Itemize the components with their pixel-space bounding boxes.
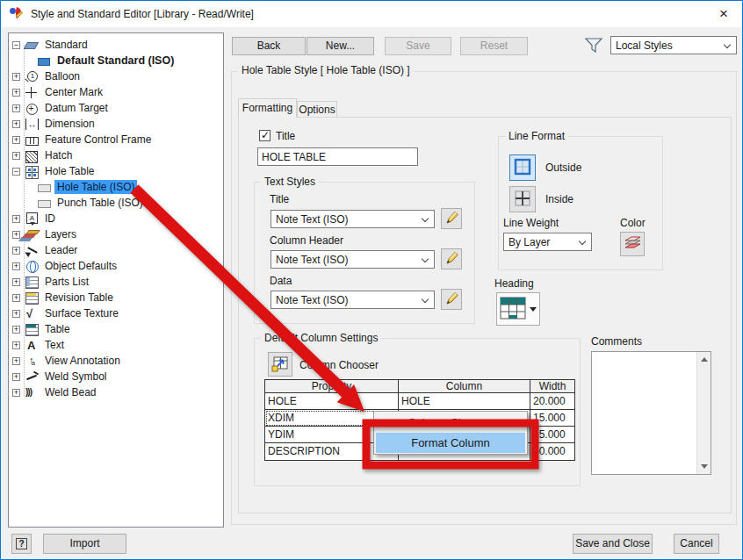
column-header-width[interactable]: Width <box>530 380 574 393</box>
hatch-icon <box>25 149 40 162</box>
tree-item-dimension[interactable]: +Dimension <box>9 116 223 132</box>
menu-item-column-chooser[interactable]: Column Chooser <box>376 413 525 433</box>
column-header-column[interactable]: Column <box>399 380 530 393</box>
tree-item-table[interactable]: +Table <box>9 321 223 337</box>
tree-item-text[interactable]: +Text <box>9 337 223 353</box>
cell-width-0[interactable]: 20.000 <box>530 393 574 410</box>
dimension-icon <box>25 118 40 131</box>
table-title-input[interactable] <box>257 147 418 166</box>
tree-item-standard[interactable]: −Standard <box>9 37 223 53</box>
cell-width-3[interactable]: 50.000 <box>530 443 574 460</box>
column-chooser-label: Column Chooser <box>299 359 379 371</box>
column-chooser-button[interactable] <box>268 352 292 377</box>
cell-column-hole[interactable]: HOLE <box>399 393 530 410</box>
tree-item-weld-bead[interactable]: +Weld Bead <box>9 384 223 400</box>
minus-expand-box-icon[interactable]: − <box>12 168 20 176</box>
help-button[interactable]: ? <box>11 534 32 554</box>
outside-lines-button[interactable] <box>509 154 536 181</box>
styles-filter-select[interactable]: Local Styles <box>610 36 737 54</box>
plus-expand-box-icon[interactable]: + <box>12 73 20 81</box>
minus-expand-box-icon[interactable]: − <box>12 41 20 49</box>
heading-position-button[interactable] <box>496 292 540 326</box>
tree-item-hatch[interactable]: +Hatch <box>9 147 223 163</box>
tree-item-datum-target[interactable]: +Datum Target <box>9 100 223 116</box>
edit-title-style-button[interactable] <box>441 208 462 229</box>
plus-expand-box-icon[interactable]: + <box>12 231 20 239</box>
scroll-up-icon[interactable] <box>701 357 708 362</box>
new-button[interactable]: New... <box>307 37 374 55</box>
tree-item-object-defaults[interactable]: +Object Defaults <box>9 258 223 274</box>
save-and-close-button[interactable]: Save and Close <box>573 534 653 554</box>
import-button[interactable]: Import <box>43 534 126 554</box>
title-checkbox[interactable] <box>259 130 271 141</box>
chevron-down-icon <box>422 255 429 262</box>
close-button[interactable]: × <box>705 1 742 27</box>
plus-expand-box-icon[interactable]: + <box>12 152 20 160</box>
tree-item-id[interactable]: +ID <box>9 211 223 226</box>
line-color-button[interactable] <box>620 232 645 256</box>
reset-button[interactable]: Reset <box>460 37 528 55</box>
parts-list-icon <box>25 276 40 289</box>
title-style-select[interactable]: Note Text (ISO) <box>271 210 435 228</box>
weld-symbol-icon <box>25 370 40 384</box>
tree-item-hole-table[interactable]: −Hole Table <box>9 163 223 179</box>
plus-expand-box-icon[interactable]: + <box>12 373 20 381</box>
tree-item-label: Hole Table (ISO) <box>54 180 137 194</box>
tree-item-weld-symbol[interactable]: +Weld Symbol <box>9 369 223 384</box>
comments-textarea[interactable] <box>591 351 711 475</box>
plus-expand-box-icon[interactable]: + <box>12 278 20 286</box>
cancel-button[interactable]: Cancel <box>674 534 719 554</box>
plus-expand-box-icon[interactable]: + <box>12 341 20 349</box>
tree-item-label: Balloon <box>42 69 83 83</box>
plus-expand-box-icon[interactable]: + <box>12 310 20 318</box>
plus-expand-box-icon[interactable]: + <box>12 120 20 128</box>
back-button[interactable]: Back <box>232 37 306 55</box>
edit-column-header-style-button[interactable] <box>441 248 462 269</box>
tree-item-label: Datum Target <box>42 101 111 115</box>
tree-item-hole-table-iso[interactable]: Hole Table (ISO) <box>9 179 223 195</box>
cell-property-hole[interactable]: HOLE <box>265 393 399 410</box>
tree-item-center-mark[interactable]: +Center Mark <box>9 84 223 100</box>
menu-item-format-column[interactable]: Format Column <box>376 433 525 453</box>
tree-item-label: Revision Table <box>42 291 116 305</box>
comments-scrollbar[interactable] <box>696 352 711 474</box>
line-weight-select[interactable]: By Layer <box>503 233 592 251</box>
plus-expand-box-icon[interactable]: + <box>12 326 20 334</box>
tree-item-leader[interactable]: +Leader <box>9 242 223 258</box>
plus-expand-box-icon[interactable]: + <box>12 104 20 112</box>
cell-width-2[interactable]: 15.000 <box>530 427 574 443</box>
tree-item-punch-table-iso[interactable]: Punch Table (ISO) <box>9 195 223 211</box>
tree-item-balloon[interactable]: +Balloon <box>9 68 223 84</box>
tree-item-default-standard-iso[interactable]: Default Standard (ISO) <box>9 53 223 68</box>
context-menu: Column ChooserFormat Column <box>373 411 528 455</box>
tab-options[interactable]: Options <box>297 101 337 118</box>
filter-funnel-icon[interactable] <box>583 37 604 57</box>
plus-expand-box-icon[interactable]: + <box>12 136 20 144</box>
data-style-value: Note Text (ISO) <box>276 294 348 306</box>
plus-expand-box-icon[interactable]: + <box>12 357 20 365</box>
inside-lines-button[interactable] <box>509 186 536 212</box>
object-defaults-icon <box>25 260 40 273</box>
plus-expand-box-icon[interactable]: + <box>12 294 20 302</box>
plus-expand-box-icon[interactable]: + <box>12 89 20 97</box>
plus-expand-box-icon[interactable]: + <box>12 262 20 270</box>
tab-formatting[interactable]: Formatting <box>238 98 297 118</box>
cell-width-1[interactable]: 15.000 <box>530 410 574 427</box>
plus-expand-box-icon[interactable]: + <box>12 389 20 397</box>
scroll-down-icon[interactable] <box>701 464 708 469</box>
tree-item-surface-texture[interactable]: +Surface Texture <box>9 305 223 321</box>
tree-item-revision-table[interactable]: +Revision Table <box>9 290 223 305</box>
column-header-style-select[interactable]: Note Text (ISO) <box>271 250 435 269</box>
plus-expand-box-icon[interactable]: + <box>12 215 20 223</box>
tree-item-layers[interactable]: +Layers <box>9 226 223 242</box>
tree-item-view-annotation[interactable]: +View Annotation <box>9 353 223 369</box>
column-header-property[interactable]: Property <box>265 380 399 393</box>
edit-data-style-button[interactable] <box>441 289 462 310</box>
center-mark-icon <box>25 86 40 99</box>
tree-item-feature-control-frame[interactable]: +Feature Control Frame <box>9 132 223 147</box>
tree-item-label: Surface Texture <box>42 306 121 320</box>
save-button[interactable]: Save <box>385 37 451 55</box>
tree-item-parts-list[interactable]: +Parts List <box>9 274 223 290</box>
plus-expand-box-icon[interactable]: + <box>12 247 20 255</box>
data-style-select[interactable]: Note Text (ISO) <box>271 291 435 309</box>
